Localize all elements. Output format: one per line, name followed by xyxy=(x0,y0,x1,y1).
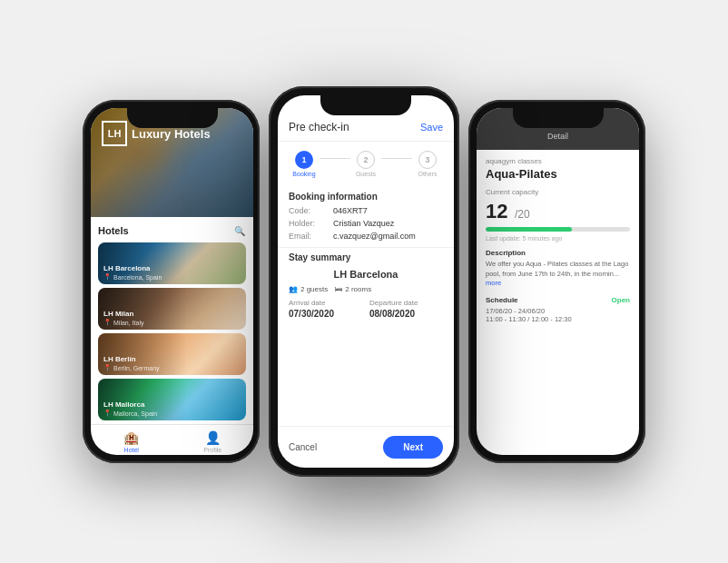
step-circle-3: 3 xyxy=(418,151,437,169)
capacity-current: 12 xyxy=(486,200,507,222)
hotel-location: 📍 Barcelona, Spain xyxy=(103,273,162,281)
hotel-location: 📍 Milan, Italy xyxy=(103,319,143,326)
holder-value: Cristian Vazquez xyxy=(333,219,394,228)
read-more-link[interactable]: more xyxy=(486,279,501,287)
description-label: Description xyxy=(486,249,630,257)
pin-icon: 📍 xyxy=(103,319,112,326)
nav-item-profile[interactable]: 👤 Profile xyxy=(172,430,254,453)
nav-item-hotel[interactable]: 🏨 Hotel xyxy=(91,430,172,453)
hotels-section: Hotels 🔍 LH Barcelona 📍 Barcelona, Spain xyxy=(91,217,253,420)
schedule-dates: 17/06/20 - 24/06/20 xyxy=(486,307,630,315)
cancel-button[interactable]: Cancel xyxy=(289,442,317,452)
step-label-guests: Guests xyxy=(356,171,376,177)
booking-email-row: Email: c.vazquez@gmail.com xyxy=(278,230,454,242)
phone-detail: Detail aquagym classes Aqua-Pilates Curr… xyxy=(468,100,645,463)
checkin-title: Pre check-in xyxy=(289,121,349,133)
stay-summary: Stay summary LH Barcelona 👥 2 guests 🛏 2… xyxy=(278,252,454,319)
step-circle-2: 2 xyxy=(357,151,375,169)
departure-value: 08/08/2020 xyxy=(369,309,443,319)
save-button[interactable]: Save xyxy=(420,122,443,133)
phone2-screen: Pre check-in Save 1 Booking 2 xyxy=(278,95,454,468)
booking-holder-row: Holder: Cristian Vazquez xyxy=(278,217,454,230)
rooms-icon: 🛏 xyxy=(335,285,342,293)
step-circle-1: 1 xyxy=(295,151,313,169)
step-label-booking: Booking xyxy=(292,171,315,177)
profile-icon: 👤 xyxy=(205,430,221,445)
capacity-bar-fill xyxy=(486,227,572,232)
stay-section-title: Stay summary xyxy=(289,252,443,265)
next-button[interactable]: Next xyxy=(383,436,443,459)
hotel-info: LH Mallorca 📍 Mallorca, Spain xyxy=(98,397,162,420)
notch-phone2 xyxy=(320,95,411,115)
stay-hotel-name: LH Barcelona xyxy=(289,269,443,280)
activity-category: aquagym classes xyxy=(486,157,630,165)
description-section: Description We offer you Aqua - Pilates … xyxy=(486,249,630,289)
hotel-icon: 🏨 xyxy=(123,430,139,445)
last-update-text: Last update: 5 minutes ago xyxy=(486,235,630,242)
capacity-section: Current capacity 12 /20 Last update: 5 m… xyxy=(486,188,630,242)
stay-dates: Arrival date 07/30/2020 Departure date 0… xyxy=(289,299,443,319)
step-label-others: Others xyxy=(418,171,437,177)
schedule-times: 11:00 - 11:30 / 12:00 - 12:30 xyxy=(486,315,630,323)
step-line-2 xyxy=(381,158,412,159)
step-guests[interactable]: 2 Guests xyxy=(350,151,381,177)
nav-label-hotel: Hotel xyxy=(124,447,139,453)
hotels-label: Hotels xyxy=(98,225,129,236)
bottom-nav: 🏨 Hotel 👤 Profile xyxy=(91,424,253,455)
hotel-card-milan[interactable]: LH Milan 📍 Milan, Italy xyxy=(98,288,246,330)
arrival-label: Arrival date xyxy=(289,299,362,307)
notch-phone1 xyxy=(127,108,218,128)
brand-name: Luxury Hotels xyxy=(132,127,211,141)
capacity-bar xyxy=(486,227,630,232)
rooms-item: 🛏 2 rooms xyxy=(335,285,371,293)
email-value: c.vazquez@gmail.com xyxy=(333,232,416,241)
search-icon[interactable]: 🔍 xyxy=(233,224,246,237)
arrival-value: 07/30/2020 xyxy=(289,309,362,319)
hotel-card-berlin[interactable]: LH Berlín 📍 Berlin, Germany xyxy=(98,333,246,375)
pin-icon: 📍 xyxy=(103,273,112,281)
schedule-status: Open xyxy=(612,296,630,304)
hotel-info: LH Milan 📍 Milan, Italy xyxy=(98,306,149,330)
hotel-name: LH Barcelona xyxy=(103,264,162,273)
hotel-card-barcelona[interactable]: LH Barcelona 📍 Barcelona, Spain xyxy=(98,242,246,284)
activity-name: Aqua-Pilates xyxy=(486,167,630,181)
notch-phone3 xyxy=(513,108,604,128)
schedule-section: Schedule Open 17/06/20 - 24/06/20 11:00 … xyxy=(486,296,630,323)
checkin-footer: Cancel Next xyxy=(278,426,454,468)
capacity-label: Current capacity xyxy=(486,188,630,196)
hotel-info: LH Berlín 📍 Berlin, Germany xyxy=(98,351,165,375)
hotel-name: LH Milan xyxy=(103,310,143,319)
step-booking[interactable]: 1 Booking xyxy=(289,151,320,177)
phone1-screen: LH Luxury Hotels Hotels 🔍 LH Barcelona xyxy=(91,108,253,455)
phone3-screen: Detail aquagym classes Aqua-Pilates Curr… xyxy=(477,108,639,455)
nav-label-profile: Profile xyxy=(203,447,221,453)
hotel-info: LH Barcelona 📍 Barcelona, Spain xyxy=(98,261,167,284)
phone-checkin: Pre check-in Save 1 Booking 2 xyxy=(269,86,459,477)
scene: LH Luxury Hotels Hotels 🔍 LH Barcelona xyxy=(83,86,645,477)
capacity-display: 12 /20 xyxy=(486,200,630,223)
divider xyxy=(278,247,454,248)
hotel-location: 📍 Berlin, Germany xyxy=(103,364,160,371)
departure-label: Departure date xyxy=(369,299,443,307)
phone2-content: Pre check-in Save 1 Booking 2 xyxy=(278,95,454,468)
detail-header-title: Detail xyxy=(486,132,630,141)
booking-info-title: Booking information xyxy=(278,186,454,204)
hotel-card-mallorca[interactable]: LH Mallorca 📍 Mallorca, Spain xyxy=(98,379,246,420)
steps-row: 1 Booking 2 Guests 3 xyxy=(278,142,454,186)
code-value: 046XRT7 xyxy=(333,206,368,215)
description-text: We offer you Aqua - Pilates classes at t… xyxy=(486,260,630,289)
holder-label: Holder: xyxy=(289,219,330,228)
hotel-name: LH Berlín xyxy=(103,355,160,364)
pin-icon: 📍 xyxy=(103,410,112,417)
email-label: Email: xyxy=(289,232,330,241)
step-line-1 xyxy=(320,158,350,159)
booking-code-row: Code: 046XRT7 xyxy=(278,204,454,217)
phone-hotels: LH Luxury Hotels Hotels 🔍 LH Barcelona xyxy=(83,100,260,463)
hotel-location: 📍 Mallorca, Spain xyxy=(103,410,157,417)
pin-icon: 📍 xyxy=(103,364,112,371)
guests-icon: 👥 xyxy=(289,285,298,293)
step-others[interactable]: 3 Others xyxy=(412,151,443,177)
arrival-box: Arrival date 07/30/2020 xyxy=(289,299,362,319)
hotels-header: Hotels 🔍 xyxy=(98,224,246,237)
booking-scroll: Booking information Code: 046XRT7 Holder… xyxy=(278,186,454,426)
